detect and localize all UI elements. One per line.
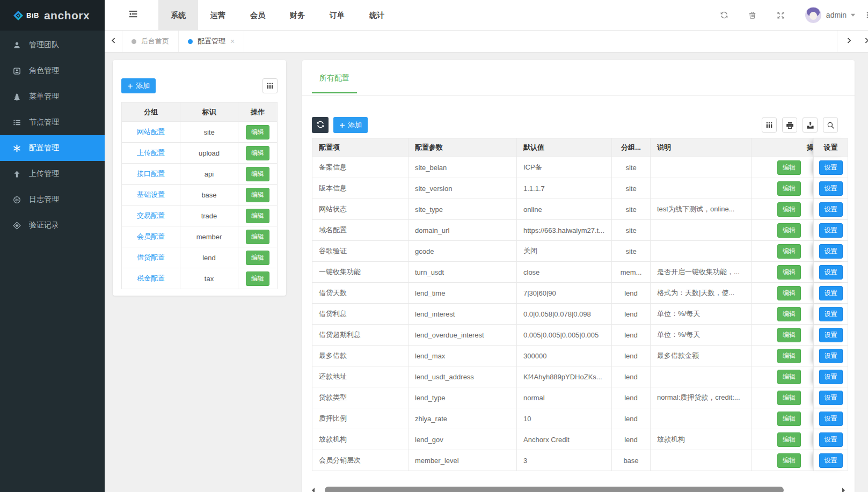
top-nav-tab[interactable]: 会员 [238, 0, 278, 30]
table-tool-button[interactable] [823, 118, 838, 133]
config-desc: normal:质押贷款，credit:... [651, 387, 752, 408]
top-nav-tab[interactable]: 运营 [198, 0, 238, 30]
more-options-kebab-icon[interactable] [864, 11, 868, 19]
sidebar-toggle-button[interactable] [125, 0, 141, 30]
scroll-right-arrow[interactable] [842, 488, 845, 492]
config-row: 贷款类型 lend_type normal lend normal:质押贷款，c… [312, 387, 848, 408]
topbar-action-button[interactable] [720, 11, 728, 19]
edit-group-button[interactable]: 编辑 [246, 146, 269, 160]
set-config-button[interactable]: 设置 [819, 307, 843, 321]
table-tool-button[interactable] [803, 118, 818, 133]
set-config-button[interactable]: 设置 [819, 412, 843, 426]
edit-config-button[interactable]: 编辑 [777, 349, 801, 363]
tabs-scroll-right-button[interactable] [837, 31, 860, 52]
edit-config-button[interactable]: 编辑 [777, 453, 801, 468]
edit-config-button[interactable]: 编辑 [777, 412, 801, 426]
edit-config-button[interactable]: 编辑 [777, 265, 801, 280]
set-config-button[interactable]: 设置 [819, 202, 843, 217]
scrollbar-thumb[interactable] [325, 487, 784, 492]
edit-config-button[interactable]: 编辑 [777, 391, 801, 405]
add-group-button[interactable]: 添加 [121, 78, 156, 93]
log-icon [12, 195, 21, 204]
topbar-action-button[interactable] [777, 11, 785, 19]
tabs-overflow-button[interactable] [860, 31, 868, 52]
set-config-button[interactable]: 设置 [819, 432, 843, 447]
edit-config-button[interactable]: 编辑 [777, 432, 801, 447]
brand-logo[interactable]: BiB anchorx [0, 0, 105, 31]
set-config-button[interactable]: 设置 [819, 223, 843, 238]
edit-config-button[interactable]: 编辑 [777, 181, 801, 196]
group-name-link[interactable]: 基础设置 [137, 190, 165, 200]
edit-group-button[interactable]: 编辑 [246, 188, 269, 202]
set-config-button[interactable]: 设置 [819, 453, 843, 468]
config-value: 关闭 [517, 241, 612, 261]
set-config-button[interactable]: 设置 [819, 265, 843, 280]
sidebar-item-label: 角色管理 [29, 66, 59, 76]
user-menu-caret-icon[interactable] [850, 12, 856, 18]
config-param: domain_url [409, 220, 517, 240]
sidebar-item[interactable]: 上传管理 [0, 161, 105, 187]
tabs-scroll-left-button[interactable] [105, 31, 122, 52]
edit-group-button[interactable]: 编辑 [246, 125, 269, 139]
top-nav-tab[interactable]: 订单 [317, 0, 357, 30]
config-value: normal [517, 387, 612, 408]
set-config-button[interactable]: 设置 [819, 328, 843, 342]
user-avatar[interactable] [805, 7, 821, 23]
plus-icon [339, 122, 345, 128]
set-config-button[interactable]: 设置 [819, 370, 843, 384]
page-tab[interactable]: 配置管理 × [179, 31, 244, 52]
top-nav-tab[interactable]: 系统 [158, 0, 198, 30]
set-config-button[interactable]: 设置 [819, 181, 843, 196]
group-name-link[interactable]: 接口配置 [137, 169, 165, 179]
top-nav-tab[interactable]: 统计 [357, 0, 397, 30]
sidebar-item[interactable]: 节点管理 [0, 109, 105, 135]
set-config-button[interactable]: 设置 [819, 391, 843, 405]
table-tool-button[interactable] [782, 118, 797, 133]
set-config-button[interactable]: 设置 [819, 160, 843, 175]
page-tab-close-icon[interactable]: × [230, 38, 235, 45]
edit-group-button[interactable]: 编辑 [246, 271, 269, 286]
top-nav-tab[interactable]: 财务 [278, 0, 317, 30]
edit-config-button[interactable]: 编辑 [777, 370, 801, 384]
user-name[interactable]: admin [826, 11, 847, 19]
admin-config-page: { "brand": { "bib": "BiB", "name": "anch… [0, 0, 868, 492]
group-name-link[interactable]: 网站配置 [137, 127, 165, 137]
tab-all-configs[interactable]: 所有配置 [312, 74, 357, 93]
table-tool-button[interactable] [762, 118, 777, 133]
edit-config-button[interactable]: 编辑 [777, 307, 801, 321]
edit-group-button[interactable]: 编辑 [246, 209, 269, 223]
edit-config-button[interactable]: 编辑 [777, 223, 801, 238]
edit-group-button[interactable]: 编辑 [246, 167, 269, 181]
config-value: https://663.haiwaiym27.t... [517, 220, 612, 240]
group-name-link[interactable]: 税金配置 [137, 274, 165, 283]
sidebar-item[interactable]: 管理团队 [0, 32, 105, 58]
set-config-button[interactable]: 设置 [819, 286, 843, 300]
sidebar-item[interactable]: 菜单管理 [0, 84, 105, 109]
sidebar-item[interactable]: 角色管理 [0, 58, 105, 84]
config-row: 放款机构 lend_gov Anchorx Credit lend 放款机构 编… [312, 429, 848, 450]
edit-config-button[interactable]: 编辑 [777, 160, 801, 175]
scroll-left-arrow[interactable] [312, 488, 315, 492]
group-name-link[interactable]: 会员配置 [137, 232, 165, 241]
group-name-link[interactable]: 借贷配置 [137, 253, 165, 262]
group-name-link[interactable]: 交易配置 [137, 211, 165, 221]
top-nav-tab-label: 财务 [290, 11, 305, 19]
sidebar-item[interactable]: 配置管理 [0, 135, 105, 161]
set-config-button[interactable]: 设置 [819, 349, 843, 363]
edit-config-button[interactable]: 编辑 [777, 328, 801, 342]
columns-toggle-button[interactable] [262, 78, 278, 93]
edit-group-button[interactable]: 编辑 [246, 251, 269, 265]
edit-config-button[interactable]: 编辑 [777, 286, 801, 300]
edit-group-button[interactable]: 编辑 [246, 230, 269, 244]
edit-config-button[interactable]: 编辑 [777, 244, 801, 259]
sidebar-item[interactable]: 验证记录 [0, 212, 105, 238]
group-name-link[interactable]: 上传配置 [137, 148, 165, 158]
add-config-button[interactable]: 添加 [333, 117, 368, 133]
set-config-button[interactable]: 设置 [819, 244, 843, 259]
page-tab[interactable]: 后台首页 [122, 31, 179, 52]
refresh-table-button[interactable] [312, 117, 329, 133]
topbar-action-button[interactable] [748, 11, 757, 19]
config-name: 质押比例 [312, 408, 409, 429]
sidebar-item[interactable]: 日志管理 [0, 187, 105, 212]
edit-config-button[interactable]: 编辑 [777, 202, 801, 217]
